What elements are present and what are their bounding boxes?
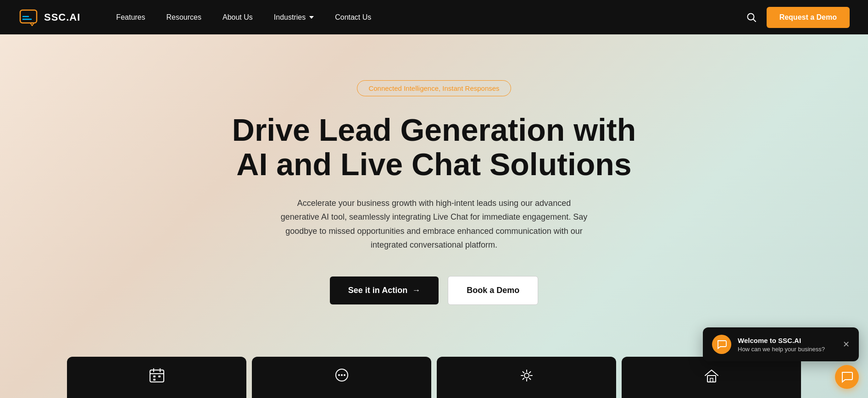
gear-icon [517,366,536,388]
logo-link[interactable]: SSC.AI [18,6,80,28]
svg-line-2 [753,19,755,21]
nav-links: Features Resources About Us Industries C… [108,9,743,26]
card-item-2[interactable] [252,357,431,398]
svg-rect-16 [710,378,713,382]
see-action-button[interactable]: See it in Action → [330,276,439,304]
chat-widget-subtitle: How can we help your business? [738,346,836,353]
svg-point-13 [344,374,345,376]
svg-rect-9 [153,379,156,381]
chat-widget-title: Welcome to SSC.AI [738,337,836,344]
hero-buttons: See it in Action → Book a Demo [330,276,538,305]
card-item-1[interactable] [67,357,246,398]
chat-widget: Welcome to SSC.AI How can we help your b… [703,327,859,361]
nav-actions: Request a Demo [744,7,850,28]
chat-fab-icon [841,371,853,383]
svg-point-12 [341,374,343,376]
chat-widget-icon [712,335,731,354]
nav-link-about[interactable]: About Us [214,9,261,26]
search-icon [746,12,757,22]
chat-widget-content: Welcome to SSC.AI How can we help your b… [738,337,836,353]
nav-link-features[interactable]: Features [108,9,153,26]
logo-text: SSC.AI [44,11,80,23]
arrow-right-icon: → [412,286,420,295]
nav-link-contact[interactable]: Contact Us [327,9,379,26]
hero-subtitle: Accelerate your business growth with hig… [278,196,590,252]
logo-icon [18,6,40,28]
request-demo-button[interactable]: Request a Demo [767,7,850,28]
cards-row [0,357,868,398]
chat-icon [333,366,351,388]
svg-point-14 [524,373,529,378]
hero-badge: Connected Intelligence, Instant Response… [357,80,511,96]
card-item-3[interactable] [437,357,616,398]
hero-title: Drive Lead Generation with AI and Live C… [228,113,640,182]
nav-link-resources[interactable]: Resources [158,9,210,26]
chat-bubble-icon [717,339,727,349]
chat-fab-button[interactable] [835,365,859,389]
svg-rect-8 [158,376,161,377]
svg-point-11 [338,374,340,376]
svg-rect-3 [150,370,164,382]
chat-widget-close-button[interactable]: ✕ [843,340,850,348]
nav-link-industries[interactable]: Industries [266,9,322,26]
card-item-4[interactable] [622,357,801,398]
svg-rect-15 [707,376,716,382]
book-demo-button[interactable]: Book a Demo [448,276,538,305]
svg-rect-7 [153,376,156,377]
chevron-down-icon [309,16,314,19]
navbar: SSC.AI Features Resources About Us Indus… [0,0,868,34]
search-button[interactable] [744,10,759,25]
calendar-icon [148,366,166,388]
home-icon [702,366,721,388]
